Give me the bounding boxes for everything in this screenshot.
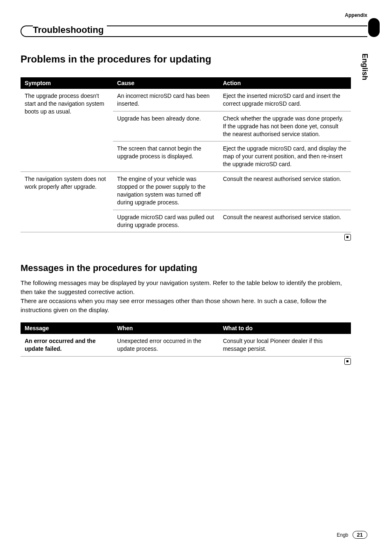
td-action: Consult your local Pioneer dealer if thi… [219,334,351,356]
footer-lang-code: Engb [337,532,348,538]
td-when: Unexpected error occurred in the update … [113,334,219,356]
table-header-row: Symptom Cause Action [21,77,351,89]
messages-table: Message When What to do An error occurre… [21,322,351,357]
td-action: Consult the nearest authorised service s… [219,210,351,232]
table-row: An error occurred and the update failed.… [21,334,351,356]
language-label: English [360,53,369,80]
intro-p1: The following messages may be displayed … [21,279,342,295]
th-message: Message [21,322,113,334]
section-title: Troubleshooting [33,25,107,35]
td-symptom: The upgrade process doesn't start and th… [21,89,113,172]
td-action: Eject the upgrade microSD card, and disp… [219,141,351,172]
td-action: Check whether the upgrade was done prope… [219,111,351,141]
td-cause: The engine of your vehicle was stopped o… [113,172,219,210]
table-header-row: Message When What to do [21,322,351,334]
table-row: The navigation system does not work prop… [21,172,351,210]
table-row: The upgrade process doesn't start and th… [21,89,351,111]
th-action: Action [219,77,351,89]
td-cause: The screen that cannot begin the upgrade… [113,141,219,172]
stop-icon [344,234,351,241]
intro-p2: There are occasions when you may see err… [21,297,327,313]
td-cause: Upgrade microSD card was pulled out duri… [113,210,219,232]
page-number: 21 [353,531,367,539]
main-content: Problems in the procedures for updating … [21,53,351,366]
td-action: Eject the inserted microSD card and inse… [219,89,351,111]
td-action: Consult the nearest authorised service s… [219,172,351,210]
side-tab [368,18,380,37]
th-whattodo: What to do [219,322,351,334]
appendix-label: Appendix [345,12,367,18]
heading-messages: Messages in the procedures for updating [21,263,351,273]
th-when: When [113,322,219,334]
td-symptom: The navigation system does not work prop… [21,172,113,232]
td-cause: Upgrade has been already done. [113,111,219,141]
section-end-marker [21,358,351,366]
th-symptom: Symptom [21,77,113,89]
page-footer: Engb 21 [337,531,368,539]
title-bar: Troubleshooting [21,25,367,37]
intro-paragraph: The following messages may be displayed … [21,278,351,314]
td-cause: An incorrect microSD card has been inser… [113,89,219,111]
section-end-marker [21,234,351,242]
heading-problems: Problems in the procedures for updating [21,53,351,65]
td-message: An error occurred and the update failed. [21,334,113,356]
title-line-bottom [29,36,367,37]
stop-icon [344,358,351,365]
th-cause: Cause [113,77,219,89]
problems-table: Symptom Cause Action The upgrade process… [21,77,351,232]
